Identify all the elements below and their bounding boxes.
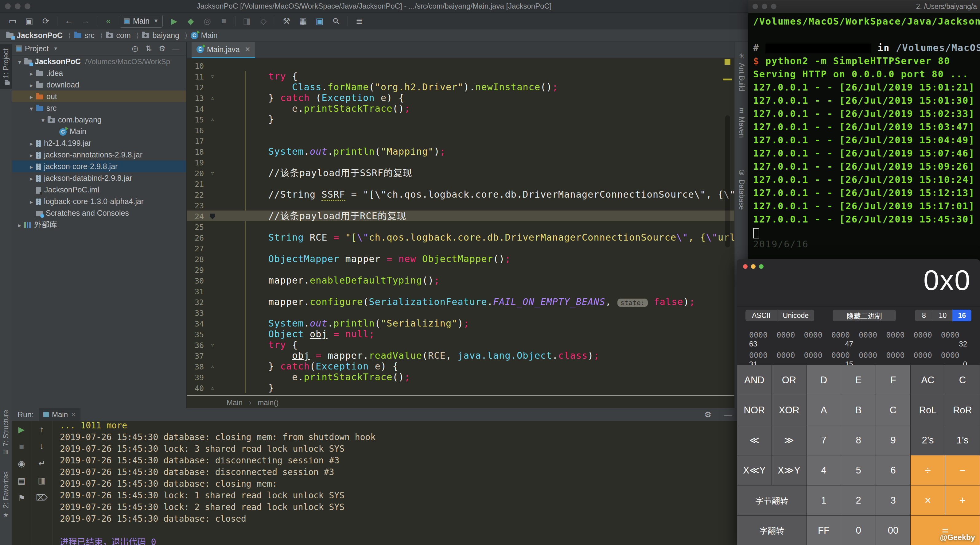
- up-stack-trace-icon[interactable]: ↑: [40, 425, 44, 434]
- calc-button-≫[interactable]: ≫: [772, 425, 806, 455]
- calc-button-F[interactable]: F: [876, 365, 910, 395]
- tree-item-jackson-databind-2.9.8.jar[interactable]: ▸jackson-databind-2.9.8.jar: [12, 172, 186, 184]
- calc-button-B[interactable]: B: [841, 395, 876, 425]
- open-project-icon[interactable]: ▭: [6, 16, 20, 26]
- editor[interactable]: C Main.java ✕ 1011▿ try {12 Class.forNam…: [187, 42, 734, 408]
- calc-button-XOR[interactable]: XOR: [772, 395, 806, 425]
- breadcrumb-item-main[interactable]: CMain: [191, 31, 218, 40]
- calc-button-2[interactable]: 2: [841, 485, 876, 515]
- clear-icon[interactable]: ⌦: [36, 493, 48, 503]
- warning-scroll-mark[interactable]: [723, 79, 732, 80]
- calc-button-7[interactable]: 7: [807, 425, 841, 455]
- tab-main-java[interactable]: C Main.java ✕: [192, 42, 255, 58]
- calc-button-×[interactable]: ×: [911, 485, 945, 515]
- project-view-selector[interactable]: Project▾: [16, 44, 57, 53]
- calc-button-+[interactable]: +: [945, 485, 980, 515]
- tree-item-Main[interactable]: CMain: [12, 126, 186, 137]
- settings-icon[interactable]: ⚙: [155, 44, 169, 53]
- calc-button-5[interactable]: 5: [841, 455, 876, 485]
- breadcrumb-class[interactable]: Main: [227, 398, 243, 407]
- tree-item-download[interactable]: ▸download: [12, 79, 186, 91]
- calc-button-÷[interactable]: ÷: [911, 455, 945, 485]
- terminal-icon[interactable]: ▣: [313, 16, 327, 26]
- coverage-icon[interactable]: ◎: [200, 16, 214, 26]
- calc-button-C[interactable]: C: [945, 365, 980, 395]
- run-icon[interactable]: ▶: [167, 16, 181, 26]
- calc-button-NOR[interactable]: NOR: [737, 395, 772, 425]
- calc-button-C[interactable]: C: [876, 395, 910, 425]
- debug-icon[interactable]: ◆: [184, 16, 198, 26]
- project-structure-icon[interactable]: ▦: [296, 16, 310, 26]
- tree-item-com.baiyang[interactable]: ▾com.baiyang: [12, 114, 186, 126]
- calc-button-3[interactable]: 3: [876, 485, 910, 515]
- capture-icon[interactable]: ◉: [18, 459, 25, 469]
- terminal-window[interactable]: 2. /Users/baiyang/a /Volumes/MacOS/WorkS…: [748, 0, 980, 276]
- sidebar-item-maven[interactable]: mMaven: [735, 107, 749, 138]
- minimize-window-icon[interactable]: [751, 264, 756, 269]
- calc-button-8[interactable]: 8: [841, 425, 876, 455]
- ascii-button[interactable]: ASCII: [745, 310, 777, 321]
- locate-icon[interactable]: ◎: [128, 44, 142, 53]
- tree-item-logback-core-1.3.0-alpha4.jar[interactable]: ▸logback-core-1.3.0-alpha4.jar: [12, 195, 186, 207]
- back-icon[interactable]: ←: [62, 16, 76, 26]
- rerun-icon[interactable]: ▶: [18, 425, 25, 435]
- breadcrumb-item-jacksonpoc[interactable]: JacksonPoC: [6, 31, 63, 40]
- calc-button-6[interactable]: 6: [876, 455, 910, 485]
- run-minimize-icon[interactable]: —: [724, 408, 732, 421]
- calc-button-AND[interactable]: AND: [737, 365, 772, 395]
- breadcrumb-method[interactable]: main(): [258, 398, 278, 407]
- tree-item-jackson-annotations-2.9.8.jar[interactable]: ▸jackson-annotations-2.9.8.jar: [12, 149, 186, 160]
- calc-button-00[interactable]: 00: [876, 516, 910, 545]
- tree-item-src[interactable]: ▾src: [12, 102, 186, 114]
- down-stack-trace-icon[interactable]: ↓: [40, 442, 44, 451]
- wrench-icon[interactable]: ⚒: [279, 16, 294, 26]
- unicode-button[interactable]: Unicode: [777, 310, 814, 321]
- softwrap-icon[interactable]: ↵: [38, 458, 45, 468]
- calc-button-AC[interactable]: AC: [911, 365, 945, 395]
- base-8-button[interactable]: 8: [915, 310, 933, 321]
- editor-splitter[interactable]: [187, 395, 734, 396]
- close-run-tab-icon[interactable]: ✕: [71, 411, 76, 418]
- calc-button-0[interactable]: 0: [841, 516, 876, 545]
- calc-button-RoL[interactable]: RoL: [911, 395, 945, 425]
- sidebar-item-structure[interactable]: ≣7: Structure: [0, 410, 12, 455]
- calc-button-1[interactable]: 1: [807, 485, 841, 515]
- attach-debugger-icon[interactable]: ◨: [240, 16, 254, 26]
- breadcrumb-item-baiyang[interactable]: baiyang: [142, 31, 179, 40]
- breadcrumb-item-com[interactable]: com: [106, 31, 131, 40]
- calc-button-OR[interactable]: OR: [772, 365, 806, 395]
- stop-icon[interactable]: ■: [217, 16, 231, 26]
- close-window-icon[interactable]: [743, 264, 748, 269]
- calc-button-E[interactable]: E: [841, 365, 876, 395]
- restore-layout-icon[interactable]: ▤: [18, 476, 25, 486]
- tree-item-out[interactable]: ▸out: [12, 91, 186, 102]
- run-settings-gear-icon[interactable]: ⚙: [704, 408, 711, 421]
- sidebar-item-database[interactable]: ⛁Database: [735, 169, 749, 210]
- calculator-window[interactable]: 0x0 ASCII Unicode 隐藏二进制 8 10 16 0000 000…: [737, 259, 980, 545]
- breadcrumb-item-src[interactable]: src: [74, 31, 95, 40]
- calc-button-4[interactable]: 4: [807, 455, 841, 485]
- close-tab-icon[interactable]: ✕: [245, 45, 250, 53]
- ide-titlebar[interactable]: JacksonPoC [/Volumes/MacOS/WorkSpace/Jav…: [0, 0, 748, 13]
- code-area[interactable]: 1011▿ try {12 Class.forName("org.h2.Driv…: [187, 60, 734, 393]
- base-10-button[interactable]: 10: [933, 310, 952, 321]
- calc-button-A[interactable]: A: [807, 395, 841, 425]
- calc-button-FF[interactable]: FF: [807, 516, 841, 545]
- run-config-selector[interactable]: Main▼: [120, 15, 163, 28]
- calc-button-RoR[interactable]: RoR: [945, 395, 980, 425]
- sidebar-item-ant-build[interactable]: ✳Ant Build: [735, 52, 749, 91]
- editor-scrollbar[interactable]: [725, 115, 730, 247]
- run-tab-main[interactable]: Main✕: [39, 408, 80, 421]
- base-16-button[interactable]: 16: [952, 310, 971, 321]
- run-console-output[interactable]: ... 1011 more2019-07-26 15:45:30 databas…: [60, 420, 735, 545]
- calc-button-≪[interactable]: ≪: [737, 425, 772, 455]
- calc-button-字节翻转[interactable]: 字节翻转: [737, 485, 806, 515]
- terminal-output[interactable]: /Volumes/MacOS/WorkSpace/Java/JacksonPoC…: [753, 13, 980, 276]
- calc-button-X≫Y[interactable]: X≫Y: [772, 455, 806, 485]
- forward-icon[interactable]: →: [78, 16, 92, 26]
- calc-button-2’s[interactable]: 2’s: [911, 425, 945, 455]
- build-icon[interactable]: «: [101, 16, 115, 26]
- tree-item-h2-1.4.199.jar[interactable]: ▸h2-1.4.199.jar: [12, 137, 186, 149]
- sync-icon[interactable]: ⟳: [39, 16, 53, 26]
- print-icon[interactable]: ▥: [38, 476, 46, 485]
